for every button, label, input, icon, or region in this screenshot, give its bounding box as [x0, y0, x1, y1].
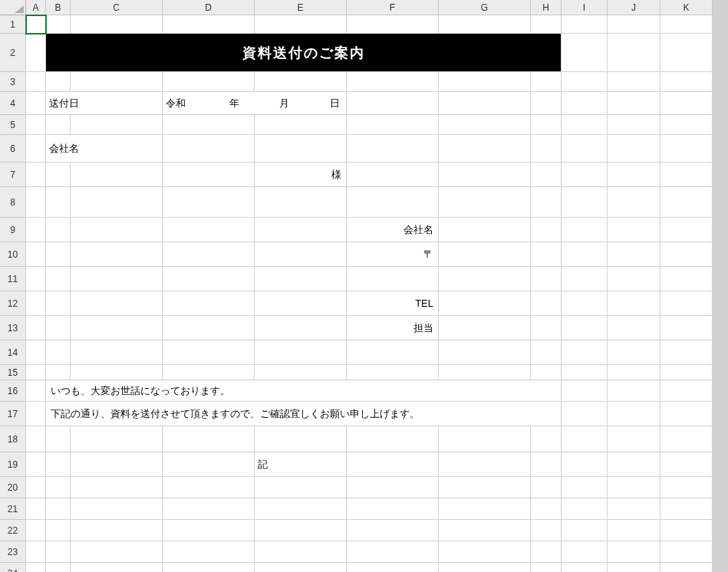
row-header-11[interactable]: 11	[0, 267, 26, 291]
cell-F11[interactable]	[347, 267, 439, 291]
cell-K7[interactable]	[660, 163, 713, 187]
cell-E23[interactable]	[255, 541, 347, 563]
cell-C13[interactable]	[71, 316, 163, 340]
cell-G9[interactable]	[439, 218, 531, 242]
cell-A2[interactable]	[26, 34, 46, 72]
cell-K6[interactable]	[660, 135, 713, 163]
cell-C5[interactable]	[71, 115, 163, 135]
cell-K3[interactable]	[660, 72, 713, 92]
cell-J15[interactable]	[608, 365, 660, 380]
cell-G12[interactable]	[439, 291, 531, 316]
cell-H22[interactable]	[531, 520, 562, 541]
cell-D10[interactable]	[163, 242, 255, 267]
cell-E14[interactable]	[255, 340, 347, 365]
cell-B21[interactable]	[46, 498, 71, 520]
cell-E11[interactable]	[255, 267, 347, 291]
cell-B1[interactable]	[46, 15, 71, 34]
cell-G23[interactable]	[439, 541, 531, 563]
col-header-D[interactable]: D	[163, 0, 255, 15]
cell-F1[interactable]	[347, 15, 439, 34]
cell-K19[interactable]	[660, 452, 713, 477]
cell-G4[interactable]	[439, 92, 531, 115]
cell-D6[interactable]	[163, 135, 255, 163]
cell-F4[interactable]	[347, 92, 439, 115]
cell-J14[interactable]	[608, 340, 660, 365]
cell-D1[interactable]	[163, 15, 255, 34]
cell-K21[interactable]	[660, 498, 713, 520]
row-header-12[interactable]: 12	[0, 291, 26, 316]
cell-K12[interactable]	[660, 291, 713, 316]
cell-J19[interactable]	[608, 452, 660, 477]
row-header-15[interactable]: 15	[0, 365, 26, 380]
row-header-9[interactable]: 9	[0, 218, 26, 242]
cell-F22[interactable]	[347, 520, 439, 541]
cell-B8[interactable]	[46, 187, 71, 218]
text-greeting-1[interactable]: いつも、大変お世話になっております。	[46, 380, 562, 402]
cell-G15[interactable]	[439, 365, 531, 380]
label-tel[interactable]: TEL	[347, 291, 439, 316]
cell-K17[interactable]	[660, 402, 713, 426]
cell-I7[interactable]	[562, 163, 608, 187]
cell-C7[interactable]	[71, 163, 163, 187]
cell-J2[interactable]	[608, 34, 660, 72]
col-header-F[interactable]: F	[347, 0, 439, 15]
cell-D20[interactable]	[163, 477, 255, 498]
cell-J20[interactable]	[608, 477, 660, 498]
cell-K1[interactable]	[660, 15, 713, 34]
row-header-3[interactable]: 3	[0, 72, 26, 92]
col-header-G[interactable]: G	[439, 0, 531, 15]
cell-G24[interactable]	[439, 563, 531, 572]
cell-E24[interactable]	[255, 563, 347, 572]
cell-I20[interactable]	[562, 477, 608, 498]
cell-A23[interactable]	[26, 541, 46, 563]
cell-F14[interactable]	[347, 340, 439, 365]
cell-I18[interactable]	[562, 426, 608, 452]
cell-B24[interactable]	[46, 563, 71, 572]
cell-F6[interactable]	[347, 135, 439, 163]
cell-A18[interactable]	[26, 426, 46, 452]
cell-G5[interactable]	[439, 115, 531, 135]
cell-A19[interactable]	[26, 452, 46, 477]
row-header-24[interactable]: 24	[0, 563, 26, 572]
cell-C10[interactable]	[71, 242, 163, 267]
cell-F18[interactable]	[347, 426, 439, 452]
cell-C12[interactable]	[71, 291, 163, 316]
cell-A1[interactable]	[26, 15, 46, 34]
label-send-date[interactable]: 送付日	[46, 92, 163, 115]
cell-K5[interactable]	[660, 115, 713, 135]
cell-H23[interactable]	[531, 541, 562, 563]
cell-K24[interactable]	[660, 563, 713, 572]
cell-I3[interactable]	[562, 72, 608, 92]
cell-G1[interactable]	[439, 15, 531, 34]
cell-D8[interactable]	[163, 187, 255, 218]
col-header-B[interactable]: B	[46, 0, 71, 15]
row-header-5[interactable]: 5	[0, 115, 26, 135]
cell-E18[interactable]	[255, 426, 347, 452]
cell-D24[interactable]	[163, 563, 255, 572]
cell-J3[interactable]	[608, 72, 660, 92]
cell-A15[interactable]	[26, 365, 46, 380]
col-header-C[interactable]: C	[71, 0, 163, 15]
cell-K14[interactable]	[660, 340, 713, 365]
cell-C22[interactable]	[71, 520, 163, 541]
cell-B7[interactable]	[46, 163, 71, 187]
cell-K2[interactable]	[660, 34, 713, 72]
cell-E13[interactable]	[255, 316, 347, 340]
cell-J24[interactable]	[608, 563, 660, 572]
cell-K23[interactable]	[660, 541, 713, 563]
cell-G21[interactable]	[439, 498, 531, 520]
cell-D7[interactable]	[163, 163, 255, 187]
row-header-18[interactable]: 18	[0, 426, 26, 452]
cell-G13[interactable]	[439, 316, 531, 340]
row-header-22[interactable]: 22	[0, 520, 26, 541]
cell-K15[interactable]	[660, 365, 713, 380]
cell-I16[interactable]	[562, 380, 608, 402]
label-company-recipient[interactable]: 会社名	[46, 135, 163, 163]
cell-K11[interactable]	[660, 267, 713, 291]
row-header-16[interactable]: 16	[0, 380, 26, 402]
document-title[interactable]: 資料送付のご案内	[46, 34, 562, 72]
col-header-I[interactable]: I	[562, 0, 608, 15]
cell-J6[interactable]	[608, 135, 660, 163]
row-header-10[interactable]: 10	[0, 242, 26, 267]
cell-D13[interactable]	[163, 316, 255, 340]
